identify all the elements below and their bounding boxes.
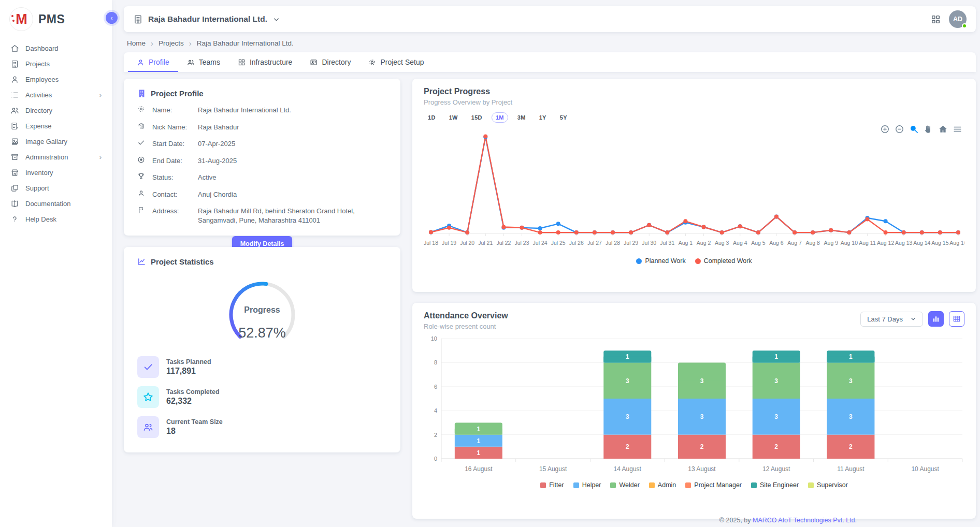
chevron-right-icon: › — [189, 39, 192, 48]
svg-text:3: 3 — [700, 413, 704, 420]
trophy-icon — [137, 172, 145, 180]
sidebar-item-documentation[interactable]: Documentation — [0, 196, 112, 211]
apps-grid-icon[interactable] — [931, 14, 941, 24]
legend-item[interactable]: Completed Work — [695, 257, 752, 265]
user-avatar[interactable]: AD — [949, 10, 967, 28]
svg-text:1: 1 — [477, 437, 481, 445]
range-1w[interactable]: 1W — [445, 112, 462, 123]
check-icon — [137, 139, 145, 147]
legend-item[interactable]: Fitter — [540, 481, 564, 489]
field-contact: Contact: Anuj Chordia — [137, 190, 387, 199]
svg-text:3: 3 — [626, 413, 629, 420]
reset-home-icon[interactable] — [938, 124, 948, 134]
attendance-chart-legend[interactable]: FitterHelperWelderAdminProject ManagerSi… — [424, 481, 964, 489]
stat-tasks-planned: Tasks Planned 117,891 — [137, 356, 387, 378]
svg-text:13 August: 13 August — [688, 465, 716, 473]
sidebar-item-projects[interactable]: Projects — [0, 56, 112, 71]
brand[interactable]: M PMS — [0, 0, 112, 36]
date-range-dropdown[interactable]: Last 7 Days — [860, 312, 923, 327]
company-name: Raja Bahadur International Ltd. — [148, 14, 267, 24]
svg-text:Jul 24: Jul 24 — [533, 240, 547, 246]
range-3m[interactable]: 3M — [513, 112, 530, 123]
tab-infrastructure[interactable]: Infrastructure — [229, 52, 301, 72]
zoom-in-icon[interactable] — [880, 124, 890, 134]
tab-profile[interactable]: Profile — [128, 52, 178, 72]
field-status: Status: Active — [137, 173, 387, 182]
sidebar-item-expense[interactable]: Expense — [0, 118, 112, 134]
sidebar-item-help-desk[interactable]: Help Desk — [0, 211, 112, 227]
range-1d[interactable]: 1D — [424, 112, 440, 123]
chart-view-button[interactable] — [928, 311, 944, 327]
pan-icon[interactable] — [924, 124, 933, 134]
card-title-text: Project Statistics — [151, 257, 214, 266]
legend-item[interactable]: Supervisor — [808, 481, 848, 489]
copy-icon — [10, 184, 19, 193]
target-icon — [137, 156, 145, 164]
field-address: Address: Raja Bahadur Mill Rd, behind Sh… — [137, 207, 387, 225]
svg-text:12 August: 12 August — [762, 465, 790, 473]
building-badge-icon — [137, 89, 146, 98]
field-name: Name: Raja Bahadur International Ltd. — [137, 106, 387, 115]
project-progress-card: Project Progress Progress Overview by Pr… — [412, 79, 976, 292]
tab-teams[interactable]: Teams — [178, 52, 229, 72]
sidebar-item-inventory[interactable]: Inventory — [0, 165, 112, 180]
sidebar-collapse-button[interactable]: ‹ — [106, 12, 118, 24]
sidebar-item-directory[interactable]: Directory — [0, 103, 112, 118]
tab-project-setup[interactable]: Project Setup — [359, 52, 433, 72]
people-icon — [187, 58, 195, 66]
company-selector[interactable]: Raja Bahadur International Ltd. — [133, 14, 280, 24]
field-nickname: Nick Name: Raja Bahadur — [137, 123, 387, 132]
svg-text:Aug 10: Aug 10 — [841, 240, 858, 246]
svg-text:2: 2 — [434, 432, 437, 438]
contact-card-icon — [310, 58, 318, 66]
sidebar: M PMS Dashboard Projects Employees Activ… — [0, 0, 112, 527]
gear-icon — [368, 58, 376, 66]
svg-text:Progress: Progress — [244, 305, 280, 314]
archive-icon — [10, 153, 19, 162]
sidebar-item-administration[interactable]: Administration › — [0, 149, 112, 165]
progress-line-chart[interactable]: Jul 18Jul 19Jul 20Jul 21Jul 22Jul 23Jul … — [424, 123, 964, 256]
sidebar-item-dashboard[interactable]: Dashboard — [0, 40, 112, 56]
sidebar-item-image-gallery[interactable]: Image Gallary — [0, 134, 112, 149]
tab-directory[interactable]: Directory — [301, 52, 359, 72]
footer-company-link[interactable]: MARCO AIoT Technologies Pvt. Ltd. — [753, 517, 857, 524]
legend-item[interactable]: Admin — [649, 481, 676, 489]
menu-icon[interactable] — [953, 124, 962, 134]
zoom-out-icon[interactable] — [895, 124, 904, 134]
brand-name: PMS — [38, 12, 65, 26]
svg-text:1: 1 — [626, 353, 629, 360]
sidebar-item-activities[interactable]: Activities › — [0, 87, 112, 103]
chart-line-icon — [137, 257, 146, 266]
building-icon — [10, 60, 19, 68]
attendance-bar-chart[interactable]: 024681011116 August15 August233114 Augus… — [424, 330, 964, 480]
svg-text:2: 2 — [700, 443, 704, 450]
breadcrumb-home[interactable]: Home — [127, 39, 146, 47]
table-view-button[interactable] — [949, 311, 964, 327]
sidebar-item-employees[interactable]: Employees — [0, 71, 112, 87]
range-1y[interactable]: 1Y — [535, 112, 551, 123]
svg-text:4: 4 — [434, 407, 437, 414]
svg-text:11 August: 11 August — [837, 465, 864, 473]
main-area: Raja Bahadur International Ltd. AD Home … — [112, 0, 980, 527]
range-5y[interactable]: 5Y — [556, 112, 571, 123]
legend-item[interactable]: Welder — [610, 481, 639, 489]
breadcrumb-projects[interactable]: Projects — [158, 39, 184, 47]
svg-text:Jul 25: Jul 25 — [551, 240, 566, 246]
selection-zoom-icon[interactable] — [909, 124, 919, 134]
svg-text:Jul 29: Jul 29 — [624, 240, 638, 246]
legend-item[interactable]: Site Engineer — [751, 481, 799, 489]
legend-item[interactable]: Planned Work — [636, 257, 685, 265]
range-1m[interactable]: 1M — [492, 112, 508, 123]
svg-text:Aug 2: Aug 2 — [697, 240, 711, 246]
svg-text:Jul 19: Jul 19 — [442, 240, 456, 246]
legend-item[interactable]: Project Manager — [685, 481, 742, 489]
range-15d[interactable]: 15D — [467, 112, 486, 123]
grid-icon — [238, 58, 246, 66]
online-status-dot — [962, 23, 967, 28]
sidebar-item-support[interactable]: Support — [0, 180, 112, 196]
svg-text:Jul 27: Jul 27 — [587, 240, 602, 246]
legend-item[interactable]: Helper — [573, 481, 601, 489]
svg-text:3: 3 — [774, 413, 778, 420]
progress-chart-legend[interactable]: Planned WorkCompleted Work — [424, 257, 964, 265]
chevron-right-icon: › — [151, 39, 153, 48]
